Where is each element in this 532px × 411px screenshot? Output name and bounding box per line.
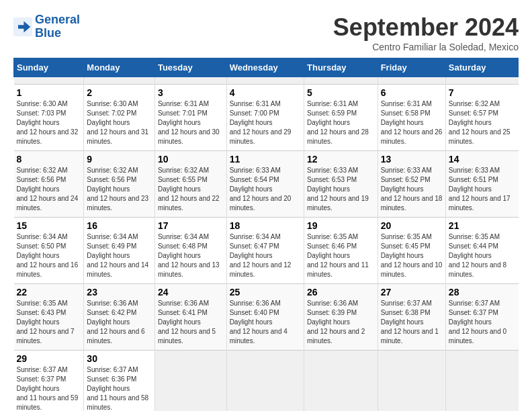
calendar-cell: 11Sunrise: 6:33 AMSunset: 6:54 PMDayligh… (226, 151, 304, 218)
logo: General Blue (13, 13, 80, 40)
header-thursday: Thursday (304, 58, 378, 77)
calendar-cell (14, 77, 84, 85)
title-area: September 2024 Centro Familiar la Soleda… (333, 13, 519, 52)
day-info: Sunrise: 6:35 AMSunset: 6:45 PMDaylight … (381, 232, 443, 279)
header-saturday: Saturday (445, 58, 518, 77)
day-number: 9 (87, 154, 152, 165)
day-info: Sunrise: 6:36 AMSunset: 6:41 PMDaylight … (158, 299, 224, 346)
logo-line2: Blue (35, 26, 61, 40)
day-number: 23 (87, 287, 152, 298)
calendar-cell: 1Sunrise: 6:30 AMSunset: 7:03 PMDaylight… (14, 85, 84, 151)
day-info: Sunrise: 6:33 AMSunset: 6:53 PMDaylight … (307, 166, 375, 213)
day-info: Sunrise: 6:35 AMSunset: 6:43 PMDaylight … (17, 299, 81, 346)
calendar-cell (226, 77, 304, 85)
calendar-cell: 20Sunrise: 6:35 AMSunset: 6:45 PMDayligh… (378, 218, 445, 284)
day-number: 12 (307, 154, 375, 165)
day-number: 22 (17, 287, 81, 298)
day-info: Sunrise: 6:33 AMSunset: 6:54 PMDaylight … (230, 166, 301, 213)
calendar-cell: 25Sunrise: 6:36 AMSunset: 6:40 PMDayligh… (226, 284, 304, 351)
calendar-cell (154, 77, 226, 85)
day-info: Sunrise: 6:31 AMSunset: 6:58 PMDaylight … (381, 99, 443, 146)
calendar-table: SundayMondayTuesdayWednesdayThursdayFrid… (13, 58, 519, 411)
calendar-week-row: 1Sunrise: 6:30 AMSunset: 7:03 PMDaylight… (14, 85, 519, 151)
day-info: Sunrise: 6:31 AMSunset: 6:59 PMDaylight … (307, 99, 375, 146)
day-info: Sunrise: 6:35 AMSunset: 6:44 PMDaylight … (449, 232, 516, 279)
calendar-week-row: 15Sunrise: 6:34 AMSunset: 6:50 PMDayligh… (14, 218, 519, 284)
calendar-cell: 6Sunrise: 6:31 AMSunset: 6:58 PMDaylight… (378, 85, 445, 151)
day-number: 5 (307, 87, 375, 98)
day-number: 4 (230, 87, 301, 98)
day-number: 17 (158, 220, 224, 231)
calendar-cell (84, 77, 155, 85)
day-number: 19 (307, 220, 375, 231)
header-wednesday: Wednesday (226, 58, 304, 77)
day-info: Sunrise: 6:37 AMSunset: 6:37 PMDaylight … (449, 299, 516, 346)
calendar-header-row: SundayMondayTuesdayWednesdayThursdayFrid… (14, 58, 519, 77)
day-number: 21 (449, 220, 516, 231)
day-number: 29 (17, 353, 81, 364)
day-info: Sunrise: 6:32 AMSunset: 6:56 PMDaylight … (17, 166, 81, 213)
day-number: 25 (230, 287, 301, 298)
logo-icon (13, 17, 32, 36)
day-info: Sunrise: 6:30 AMSunset: 7:02 PMDaylight … (87, 99, 152, 146)
day-number: 30 (87, 353, 152, 364)
calendar-cell (226, 351, 304, 412)
calendar-cell (445, 77, 518, 85)
day-info: Sunrise: 6:33 AMSunset: 6:51 PMDaylight … (449, 166, 516, 213)
calendar-cell: 29Sunrise: 6:37 AMSunset: 6:37 PMDayligh… (14, 351, 84, 412)
calendar-cell: 21Sunrise: 6:35 AMSunset: 6:44 PMDayligh… (445, 218, 518, 284)
header-tuesday: Tuesday (154, 58, 226, 77)
calendar-cell: 30Sunrise: 6:37 AMSunset: 6:36 PMDayligh… (84, 351, 155, 412)
day-info: Sunrise: 6:31 AMSunset: 7:01 PMDaylight … (158, 99, 224, 146)
calendar-cell: 16Sunrise: 6:34 AMSunset: 6:49 PMDayligh… (84, 218, 155, 284)
day-number: 26 (307, 287, 375, 298)
calendar-cell: 23Sunrise: 6:36 AMSunset: 6:42 PMDayligh… (84, 284, 155, 351)
calendar-cell: 27Sunrise: 6:37 AMSunset: 6:38 PMDayligh… (378, 284, 445, 351)
day-info: Sunrise: 6:36 AMSunset: 6:39 PMDaylight … (307, 299, 375, 346)
calendar-cell: 10Sunrise: 6:32 AMSunset: 6:55 PMDayligh… (154, 151, 226, 218)
calendar-week-row: 8Sunrise: 6:32 AMSunset: 6:56 PMDaylight… (14, 151, 519, 218)
calendar-cell (304, 77, 378, 85)
calendar-cell: 3Sunrise: 6:31 AMSunset: 7:01 PMDaylight… (154, 85, 226, 151)
calendar-cell (304, 351, 378, 412)
day-info: Sunrise: 6:34 AMSunset: 6:50 PMDaylight … (17, 232, 81, 279)
calendar-cell (154, 351, 226, 412)
day-number: 27 (381, 287, 443, 298)
day-number: 20 (381, 220, 443, 231)
day-info: Sunrise: 6:32 AMSunset: 6:56 PMDaylight … (87, 166, 152, 213)
day-info: Sunrise: 6:35 AMSunset: 6:46 PMDaylight … (307, 232, 375, 279)
calendar-cell (378, 77, 445, 85)
calendar-cell: 22Sunrise: 6:35 AMSunset: 6:43 PMDayligh… (14, 284, 84, 351)
day-info: Sunrise: 6:34 AMSunset: 6:48 PMDaylight … (158, 232, 224, 279)
day-number: 14 (449, 154, 516, 165)
calendar-cell: 12Sunrise: 6:33 AMSunset: 6:53 PMDayligh… (304, 151, 378, 218)
header-friday: Friday (378, 58, 445, 77)
day-number: 8 (17, 154, 81, 165)
day-number: 13 (381, 154, 443, 165)
calendar-cell: 18Sunrise: 6:34 AMSunset: 6:47 PMDayligh… (226, 218, 304, 284)
header-monday: Monday (84, 58, 155, 77)
calendar-cell: 28Sunrise: 6:37 AMSunset: 6:37 PMDayligh… (445, 284, 518, 351)
day-info: Sunrise: 6:37 AMSunset: 6:37 PMDaylight … (17, 365, 81, 411)
calendar-week-row (14, 77, 519, 85)
day-number: 16 (87, 220, 152, 231)
calendar-cell: 26Sunrise: 6:36 AMSunset: 6:39 PMDayligh… (304, 284, 378, 351)
month-title: September 2024 (333, 13, 519, 42)
calendar-cell: 14Sunrise: 6:33 AMSunset: 6:51 PMDayligh… (445, 151, 518, 218)
day-number: 6 (381, 87, 443, 98)
day-number: 15 (17, 220, 81, 231)
day-info: Sunrise: 6:36 AMSunset: 6:42 PMDaylight … (87, 299, 152, 346)
day-info: Sunrise: 6:34 AMSunset: 6:47 PMDaylight … (230, 232, 301, 279)
day-info: Sunrise: 6:34 AMSunset: 6:49 PMDaylight … (87, 232, 152, 279)
logo-line1: General (35, 13, 80, 26)
calendar-week-row: 29Sunrise: 6:37 AMSunset: 6:37 PMDayligh… (14, 351, 519, 412)
calendar-cell: 2Sunrise: 6:30 AMSunset: 7:02 PMDaylight… (84, 85, 155, 151)
calendar-week-row: 22Sunrise: 6:35 AMSunset: 6:43 PMDayligh… (14, 284, 519, 351)
day-info: Sunrise: 6:37 AMSunset: 6:38 PMDaylight … (381, 299, 443, 346)
day-info: Sunrise: 6:36 AMSunset: 6:40 PMDaylight … (230, 299, 301, 346)
day-info: Sunrise: 6:32 AMSunset: 6:55 PMDaylight … (158, 166, 224, 213)
day-number: 18 (230, 220, 301, 231)
day-info: Sunrise: 6:37 AMSunset: 6:36 PMDaylight … (87, 365, 152, 411)
calendar-cell: 19Sunrise: 6:35 AMSunset: 6:46 PMDayligh… (304, 218, 378, 284)
day-info: Sunrise: 6:32 AMSunset: 6:57 PMDaylight … (449, 99, 516, 146)
